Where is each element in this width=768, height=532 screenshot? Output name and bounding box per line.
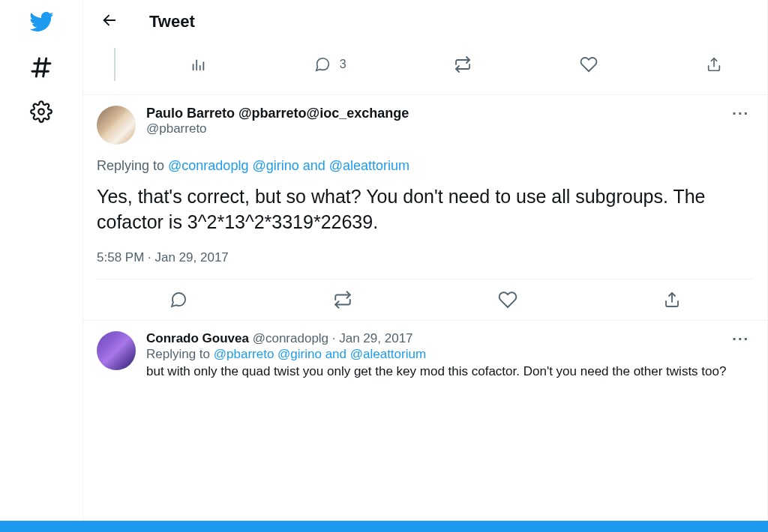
- thread-line: [114, 48, 116, 81]
- avatar[interactable]: [97, 106, 136, 145]
- reply-meta[interactable]: @conradoplg · Jan 29, 2017: [249, 331, 413, 345]
- reply-tweet[interactable]: Conrado Gouvea @conradoplg · Jan 29, 201…: [83, 321, 767, 381]
- like-button[interactable]: [498, 290, 518, 309]
- reply-button[interactable]: 3: [314, 55, 346, 73]
- display-name[interactable]: Paulo Barreto @pbarreto@ioc_exchange: [146, 106, 717, 121]
- svg-point-4: [38, 109, 44, 115]
- mention-link[interactable]: @girino: [278, 347, 322, 361]
- explore-icon[interactable]: [29, 55, 53, 79]
- user-handle[interactable]: @pbarreto: [146, 121, 717, 136]
- display-name[interactable]: Conrado Gouvea: [146, 331, 249, 345]
- mention-link[interactable]: @girino: [252, 158, 298, 173]
- bottom-banner[interactable]: [0, 521, 768, 532]
- tweet-text: but with only the quad twist you only ge…: [146, 363, 754, 381]
- reply-count: 3: [340, 58, 346, 71]
- replying-to: Replying to @pbarreto @girino and @aleat…: [146, 347, 754, 362]
- mention-link[interactable]: @pbarreto: [214, 347, 274, 361]
- replying-to: Replying to @conradoplg @girino and @ale…: [97, 158, 754, 174]
- analytics-button[interactable]: [190, 55, 206, 73]
- reply-button[interactable]: [170, 290, 188, 309]
- reply-author-line: Conrado Gouvea @conradoplg · Jan 29, 201…: [146, 331, 413, 346]
- share-button[interactable]: [663, 290, 681, 309]
- mention-link[interactable]: @aleattorium: [329, 158, 410, 173]
- avatar[interactable]: [97, 331, 136, 370]
- tweet-action-bar: [97, 279, 754, 320]
- page-header: Tweet: [83, 0, 767, 48]
- tweet-text: Yes, that's correct, but so what? You do…: [97, 184, 754, 235]
- main-tweet: Paulo Barreto @pbarreto@ioc_exchange @pb…: [83, 95, 767, 321]
- back-button[interactable]: [97, 7, 122, 36]
- mention-link[interactable]: @conradoplg: [168, 158, 248, 173]
- sidebar: [0, 0, 82, 521]
- main-column: Tweet 3: [82, 0, 768, 521]
- settings-icon[interactable]: [30, 100, 52, 123]
- svg-line-3: [44, 58, 46, 76]
- tweet-timestamp[interactable]: 5:58 PM · Jan 29, 2017: [97, 250, 754, 265]
- share-button[interactable]: [706, 55, 722, 73]
- retweet-button[interactable]: [454, 55, 472, 73]
- more-options-button[interactable]: ···: [728, 331, 754, 346]
- mention-link[interactable]: @aleattorium: [350, 347, 426, 361]
- like-button[interactable]: [580, 55, 598, 73]
- page-title: Tweet: [149, 12, 195, 31]
- parent-tweet-actions: 3: [83, 48, 767, 95]
- svg-line-2: [36, 58, 39, 76]
- more-options-button[interactable]: ···: [728, 106, 754, 121]
- twitter-logo-icon[interactable]: [28, 9, 54, 34]
- retweet-button[interactable]: [333, 290, 352, 309]
